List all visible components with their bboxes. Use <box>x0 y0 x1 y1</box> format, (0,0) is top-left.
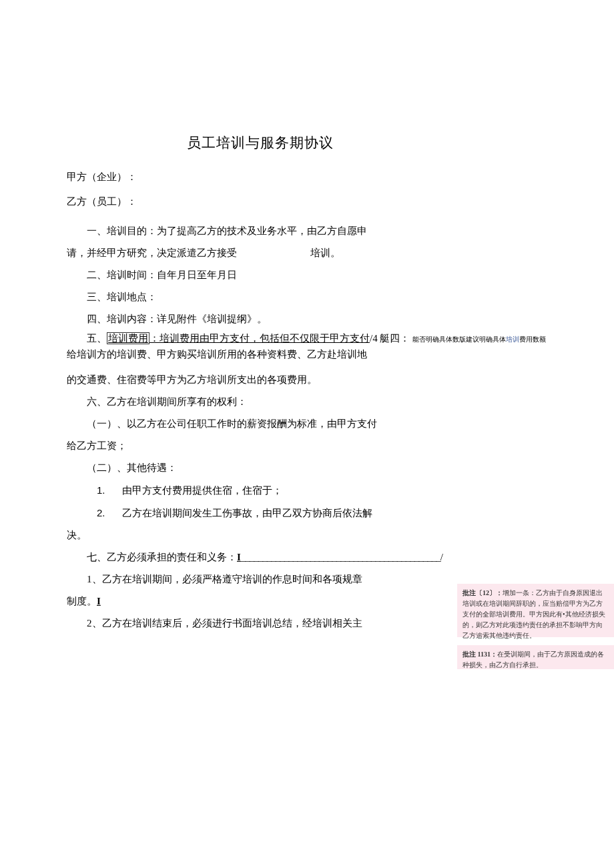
section-5-line-3: 的交通费、住宿费等甲方为乙方培训所支出的各项费用。 <box>67 369 454 391</box>
comment-annotation-2: 批注 1131：在受训期间，由于乙方原因造成的各种损失，由乙方自行承担。 <box>457 645 614 669</box>
underlined-text: ：培训费用由甲方支付，包括但不仅限于甲方支付 <box>149 333 370 344</box>
list-number: 1. <box>97 479 122 501</box>
comment-annotation-1: 批注〔12〕：增加一条：乙方由于自身原因退出培训或在培训期间辞职的，应当赔偿甲方… <box>457 584 614 637</box>
section-3: 三、培训地点： <box>67 286 454 308</box>
section-1-line-1: 一、培训目的：为了提高乙方的技术及业务水平，由乙方自愿申 <box>67 220 454 242</box>
section-5-line-1: 五、培训费用：培训费用由甲方支付，包括但不仅限于甲方支付/4 艇四： 能否明确具… <box>67 330 567 346</box>
party-b: 乙方（员工）： <box>67 195 454 208</box>
section-4: 四、培训内容：详见附件《培训提纲》。 <box>67 308 454 330</box>
list-item-1: 1.由甲方支付费用提供住宿，住宿于； <box>67 479 454 502</box>
section-6-1: （一）、以乙方在公司任职工作时的薪资报酬为标准，由甲方支付 <box>67 413 454 435</box>
section-6-2: （二）、其他待遇： <box>67 457 454 479</box>
section-6: 六、乙方在培训期间所享有的权利： <box>67 391 454 413</box>
section-1-line-2: 请，并经甲方研究，决定派遣乙方接受培训。 <box>67 242 454 264</box>
cursor-mark: I <box>97 596 101 606</box>
list-text: 由甲方支付费用提供住宿，住宿于； <box>122 485 282 496</box>
text-segment: 制度。 <box>67 596 97 606</box>
text-segment: 请，并经甲方研究，决定派遣乙方接受 <box>67 248 237 258</box>
boxed-text: 培训费用 <box>107 332 149 344</box>
text-segment: /4 艇四： <box>370 333 410 344</box>
inline-note: 能否明确具体数版建议明确具体 <box>412 336 506 343</box>
text-segment: 五、 <box>87 333 107 344</box>
section-5-line-2: 给培训方的培训费、甲方购买培训所用的各种资料费、乙方赴培训地 <box>67 346 454 362</box>
inline-note-blue: 培训 <box>506 336 519 343</box>
text-segment: 七、乙方必须承担的责任和义务： <box>87 552 237 562</box>
party-a: 甲方（企业）： <box>67 171 454 183</box>
list-item-2b: 决。 <box>67 524 454 546</box>
section-7-1b: 制度。I <box>67 590 454 612</box>
comment-label: 批注〔12〕： <box>463 589 503 596</box>
list-number: 2. <box>97 502 122 524</box>
section-2: 二、培训时间：自年月日至年月日 <box>67 264 454 286</box>
section-7-1: 1、乙方在培训期间，必须严格遵守培训的作息时间和各项规章 <box>67 568 454 590</box>
text-segment: 培训。 <box>310 248 340 258</box>
document-title: 员工培训与服务期协议 <box>67 133 454 152</box>
list-item-2: 2.乙方在培训期间发生工伤事故，由甲乙双方协商后依法解 <box>67 502 454 524</box>
section-7-2: 2、乙方在培训结束后，必须进行书面培训总结，经培训相关主 <box>67 612 454 634</box>
inline-note: 费用数额 <box>519 336 546 343</box>
section-7: 七、乙方必须承担的责任和义务：I________________________… <box>67 546 454 568</box>
text-segment: / <box>440 552 443 562</box>
section-6-1b: 给乙方工资； <box>67 435 454 457</box>
list-text: 乙方在培训期间发生工伤事故，由甲乙双方协商后依法解 <box>122 508 372 518</box>
comment-label: 批注 1131： <box>463 650 497 658</box>
comment-text: 增加一条：乙方由于自身原因退出培训或在培训期间辞职的，应当赔偿甲方为乙方支付的全… <box>463 589 605 639</box>
blank-line[interactable]: ________________________________________… <box>241 552 440 562</box>
